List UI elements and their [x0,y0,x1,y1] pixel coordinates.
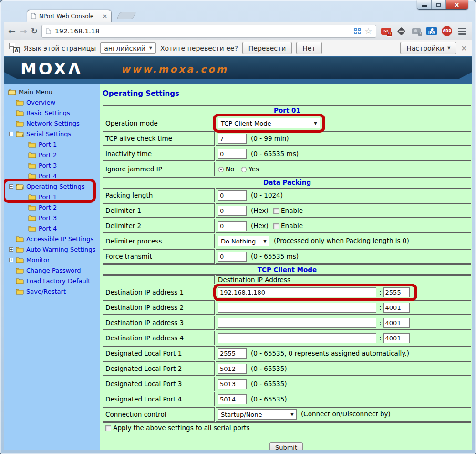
delimiter-process-select[interactable]: Do Nothing▼ [218,236,269,246]
designated-local-port-4-input[interactable] [218,394,247,404]
sidebar-item-main-menu[interactable]: Main Menu [4,86,100,97]
sidebar-item-accessible-ip-settings[interactable]: Accessible IP Settings [4,233,100,244]
sidebar-item-change-password[interactable]: Change Password [4,265,100,275]
ignore-jammed-ip-radio-yes[interactable] [241,167,247,172]
sidebar-item-port-3[interactable]: Port 3 [4,212,100,223]
tab-close-icon[interactable]: × [103,13,107,19]
destination-ip-address-2-ip-input[interactable] [218,303,376,313]
sidebar-menu: Main Menu OverviewBasic SettingsNetwork … [4,84,100,450]
tab-strip: NPort Web Console × [4,9,472,22]
destination-ip-address-1-ip-input[interactable] [218,287,376,297]
inactivity-time-input[interactable] [218,149,247,159]
row-control-delimiter-2: (Hex) Enable [216,219,471,233]
table-row: Operation modeTCP Client Mode▼ [103,116,471,130]
row-label-destination-ip-address-4: Destination IP address 4 [103,331,215,345]
sidebar-item-network-settings[interactable]: Network Settings [4,118,100,128]
destination-ip-address-3-ip-input[interactable] [218,318,376,328]
sidebar-item-port-4[interactable]: Port 4 [4,223,100,233]
sidebar-item-serial-settings[interactable]: −Serial Settings [4,128,100,139]
tab-nport-web-console[interactable]: NPort Web Console × [27,10,112,22]
address-bar[interactable]: 192.168.1.18 ☆ [41,25,376,38]
sidebar-item-port-1[interactable]: Port 1 [4,191,100,202]
tree-collapse-icon[interactable]: − [9,132,13,136]
tree-collapse-icon[interactable]: − [9,184,13,189]
sidebar-item-port-2[interactable]: Port 2 [4,202,100,212]
sidebar-item-basic-settings[interactable]: Basic Settings [4,107,100,118]
destination-ip-address-2-port-input[interactable] [383,303,410,313]
colon-separator: : [379,319,382,327]
ipa-extension-button[interactable]: e IPA [426,26,437,36]
moxa-site-link[interactable]: www.moxa.com [121,63,228,75]
translate-question: Хотите перевести ее? [160,44,238,52]
sidebar-item-label: Load Factory Default [26,277,90,285]
hint-text: (0 - 65535 ms) [251,150,299,158]
operation-mode-select[interactable]: TCP Client Mode▼ [218,118,320,128]
apply-all-row: Apply the above settings to all serial p… [103,422,471,433]
sidebar-item-save-restart[interactable]: Save/Restart [4,286,100,296]
maximize-button[interactable] [432,0,446,9]
delimiter-1-input[interactable] [218,206,247,216]
moxa-logo: MOXΛ [21,59,83,78]
window-titlebar[interactable]: x [4,0,472,9]
row-control-designated-local-port-2: (0 - 65535) [216,361,471,376]
sidebar-item-operating-settings[interactable]: −Operating Settings [4,181,100,191]
translate-bar-close-icon[interactable]: × [461,44,467,53]
translate-button[interactable]: Перевести [242,42,292,54]
adblock-extension-button[interactable]: ABP [441,26,453,36]
sidebar-tree: OverviewBasic SettingsNetwork Settings−S… [4,97,100,296]
sidebar-item-port-1[interactable]: Port 1 [4,139,100,149]
destination-ip-address-3-port-input[interactable] [383,318,410,328]
row-label-inactivity-time: Inactivity time [103,147,215,161]
force-transmit-input[interactable] [218,252,247,262]
ignore-jammed-ip-radio-no[interactable] [218,167,224,172]
folder-icon [28,162,36,169]
minimize-button[interactable] [417,0,432,9]
sidebar-item-monitor[interactable]: +Monitor [4,254,100,265]
language-dropdown[interactable]: английский ▼ [100,42,156,54]
sidebar-item-load-factory-default[interactable]: Load Factory Default [4,275,100,286]
packing-length-input[interactable] [218,190,247,201]
tcp-alive-check-time-input[interactable] [218,134,247,144]
maximize-icon [436,3,441,7]
ip-port-group: : [218,303,410,313]
destination-ip-address-4-port-input[interactable] [383,333,410,343]
close-button[interactable]: x [446,0,468,9]
no-translate-button[interactable]: Нет [296,42,321,54]
back-button[interactable]: ← [8,27,16,36]
row-control-destination-ip-address-1: : [216,285,471,299]
destination-ip-address-1-port-input[interactable] [383,287,410,297]
mail-extension-button[interactable]: ✉ 9 [380,26,392,36]
table-row: Designated Local Port 4(0 - 65535) [103,392,471,406]
page-title: Operating Settings [103,89,469,98]
feedly-extension-button[interactable] [395,26,407,36]
row-label-force-transmit: Force transmit [103,249,215,264]
apps-grid-icon[interactable] [354,28,361,34]
new-tab-button[interactable] [116,12,136,19]
designated-local-port-2-input[interactable] [218,364,247,374]
sidebar-item-port-2[interactable]: Port 2 [4,149,100,160]
designated-local-port-3-input[interactable] [218,379,247,389]
destination-ip-address-4-ip-input[interactable] [218,333,376,343]
translate-settings-button[interactable]: Настройки ▼ [400,42,456,54]
section-header-tcp-client-mode: TCP Client Mode [103,264,471,275]
screenshot-extension-button[interactable]: ? [411,26,422,36]
url-text[interactable]: 192.168.1.18 [55,27,351,35]
sidebar-item-port-4[interactable]: Port 4 [4,170,100,181]
reload-button[interactable]: ↻ [31,27,38,35]
submit-button[interactable]: Submit [269,442,303,450]
sidebar-item-port-3[interactable]: Port 3 [4,160,100,170]
designated-local-port-1-input[interactable] [218,348,247,359]
row-label-designated-local-port-2: Designated Local Port 2 [103,361,215,376]
delimiter-2-input[interactable] [218,221,247,231]
bookmark-star-icon[interactable]: ☆ [365,27,372,35]
enable-checkbox[interactable] [273,223,279,229]
sidebar-item-overview[interactable]: Overview [4,97,100,107]
tree-expand-icon[interactable]: + [9,247,13,252]
sidebar-item-auto-warning-settings[interactable]: +Auto Warning Settings [4,244,100,254]
forward-button[interactable]: → [20,27,27,36]
menu-button[interactable] [456,26,468,36]
tree-expand-icon[interactable]: + [9,258,13,262]
connection-control-select[interactable]: Startup/None▼ [218,409,297,420]
enable-checkbox[interactable] [273,208,279,214]
apply-all-checkbox[interactable] [105,425,111,431]
